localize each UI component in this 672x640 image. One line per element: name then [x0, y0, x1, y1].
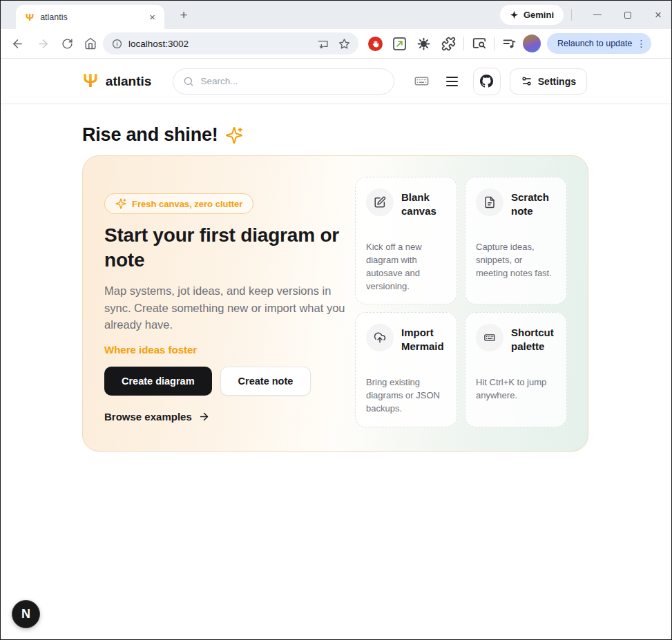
feature-card-description: Capture ideas, snippets, or meeting note… — [476, 241, 556, 280]
more-vertical-icon[interactable]: ⋮ — [636, 38, 646, 49]
address-bar[interactable]: localhost:3002 — [103, 32, 358, 55]
header-actions: Settings — [414, 68, 587, 95]
greeting: Rise and shine! — [82, 124, 588, 146]
tab-title: atlantis — [40, 12, 147, 22]
refresh-button[interactable] — [59, 35, 75, 52]
home-button[interactable] — [82, 35, 99, 52]
sunburst-icon — [416, 37, 431, 51]
trident-logo-icon: Ψ — [83, 72, 98, 90]
minimize-button[interactable] — [591, 9, 604, 21]
reading-mode-button[interactable] — [472, 36, 487, 51]
screen-search-icon — [472, 36, 487, 51]
refresh-icon — [61, 38, 73, 50]
feature-card-import-mermaid[interactable]: Import Mermaid Bring existing diagrams o… — [355, 312, 457, 427]
divider — [571, 9, 572, 21]
browser-tab[interactable]: Ψ atlantis × — [16, 5, 164, 29]
menu-icon — [446, 77, 458, 78]
search-input[interactable] — [200, 76, 384, 86]
icon-tile — [366, 188, 394, 216]
search-box[interactable] — [173, 68, 394, 95]
app-header: Ψ atlantis Settings — [1, 59, 671, 104]
close-icon: × — [655, 9, 662, 21]
sliders-icon — [521, 75, 532, 87]
tab-close-icon[interactable]: × — [147, 11, 157, 23]
new-tab-button[interactable]: + — [175, 6, 193, 24]
window-controls: × — [591, 1, 664, 29]
brand-link[interactable]: Ψ atlantis — [83, 72, 151, 90]
close-button[interactable]: × — [652, 9, 664, 21]
url-text: localhost:3002 — [128, 39, 317, 49]
site-info-icon[interactable] — [112, 39, 122, 49]
keyboard-icon — [414, 73, 430, 89]
feature-card-title: Shortcut palette — [511, 324, 556, 353]
sun-extension-button[interactable] — [416, 37, 431, 51]
menu-button[interactable] — [446, 77, 458, 86]
browser-toolbar: localhost:3002 — [1, 29, 671, 59]
hand-icon — [371, 39, 380, 48]
adblock-extension-button[interactable] — [368, 37, 383, 51]
tab-strip: Ψ atlantis × + Gemini × — [1, 1, 671, 29]
divider — [494, 37, 495, 50]
browse-examples-link[interactable]: Browse examples — [104, 411, 210, 423]
feature-card-description: Bring existing diagrams or JSON backups. — [366, 376, 446, 416]
hero-tagline: Where ideas foster — [104, 344, 350, 356]
cta-row: Create diagram Create note — [104, 367, 350, 396]
brand-name: atlantis — [106, 74, 152, 89]
hero-description: Map systems, jot ideas, and keep version… — [104, 282, 350, 333]
puzzle-icon — [441, 37, 456, 51]
icon-tile — [476, 188, 503, 216]
sparkles-icon — [225, 126, 243, 144]
icon-tile — [366, 324, 394, 351]
maximize-button[interactable] — [622, 9, 634, 21]
settings-button[interactable]: Settings — [510, 68, 587, 95]
browse-examples-label: Browse examples — [104, 411, 192, 423]
maximize-icon — [624, 12, 631, 19]
gemini-button[interactable]: Gemini — [500, 5, 564, 25]
screenshot-extension-button[interactable] — [393, 37, 406, 50]
media-controls-button[interactable] — [501, 36, 517, 51]
back-button[interactable] — [9, 35, 26, 52]
forward-button[interactable] — [35, 35, 51, 52]
feature-card-scratch-note[interactable]: Scratch note Capture ideas, snippets, or… — [465, 177, 567, 304]
feature-card-title: Import Mermaid — [401, 324, 446, 353]
sparkles-icon — [115, 198, 126, 209]
colored-arrow-icon — [396, 40, 403, 48]
relaunch-label: Relaunch to update — [557, 39, 632, 48]
home-icon — [84, 37, 97, 50]
minimize-icon — [593, 14, 602, 16]
create-note-button[interactable]: Create note — [220, 367, 311, 396]
keyboard-icon — [483, 331, 496, 344]
feature-card-description: Hit Ctrl+K to jump anywhere. — [476, 376, 556, 403]
feature-card-title: Blank canvas — [401, 188, 446, 217]
page-title: Rise and shine! — [82, 124, 218, 146]
divider — [463, 37, 464, 50]
feature-card-shortcut-palette[interactable]: Shortcut palette Hit Ctrl+K to jump anyw… — [465, 312, 567, 427]
hero-title: Start your first diagram or note — [104, 223, 350, 273]
keyboard-shortcuts-button[interactable] — [414, 73, 430, 89]
github-button[interactable] — [473, 68, 501, 95]
feature-card-blank-canvas[interactable]: Blank canvas Kick off a new diagram with… — [355, 177, 457, 304]
page-content: Rise and shine! Fresh canvas, zero clutt… — [1, 104, 671, 452]
icon-tile — [476, 324, 503, 351]
forward-arrow-icon — [37, 37, 50, 50]
browser-window: Ψ atlantis × + Gemini × — [0, 0, 672, 640]
profile-avatar[interactable] — [523, 35, 541, 52]
settings-label: Settings — [538, 76, 576, 87]
cloud-upload-icon — [374, 331, 386, 344]
hero-badge-label: Fresh canvas, zero clutter — [132, 199, 242, 209]
hero-badge: Fresh canvas, zero clutter — [104, 193, 253, 214]
dev-badge-letter: N — [21, 607, 30, 621]
create-diagram-button[interactable]: Create diagram — [104, 367, 212, 396]
bookmark-star-icon[interactable] — [338, 38, 350, 50]
hero-card: Fresh canvas, zero clutter Start your fi… — [82, 155, 588, 452]
document-icon — [483, 196, 496, 209]
github-icon — [480, 75, 493, 88]
extensions-menu-button[interactable] — [441, 37, 456, 51]
feature-card-title: Scratch note — [511, 188, 556, 217]
trident-favicon-icon: Ψ — [26, 12, 34, 22]
search-icon — [183, 76, 194, 87]
back-arrow-icon — [11, 37, 24, 50]
nextjs-dev-badge[interactable]: N — [12, 600, 40, 628]
install-app-icon[interactable] — [317, 38, 329, 50]
relaunch-button[interactable]: Relaunch to update ⋮ — [547, 33, 651, 54]
